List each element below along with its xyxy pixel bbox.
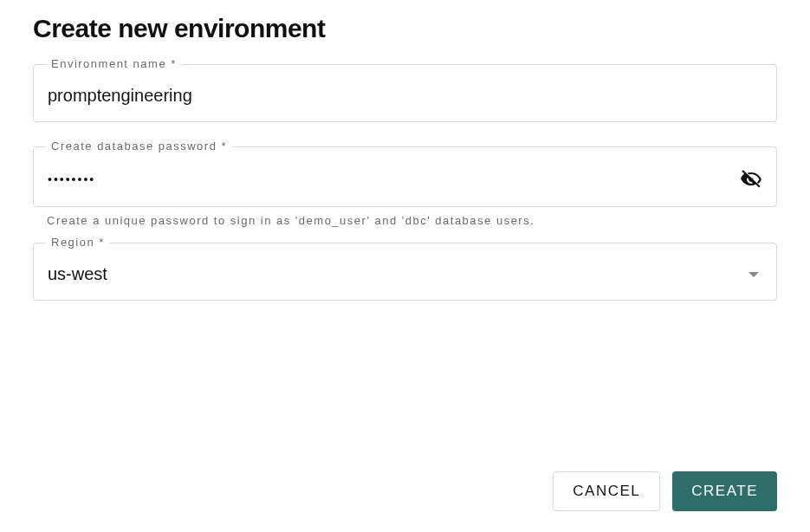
environment-name-label: Environment name *	[46, 57, 182, 70]
password-input[interactable]: ••••••••	[48, 172, 733, 186]
password-input-wrap: Create database password * ••••••••	[33, 146, 777, 207]
chevron-down-icon	[748, 272, 759, 277]
environment-name-field: Environment name *	[33, 64, 777, 122]
region-select[interactable]: Region * us-west	[33, 243, 777, 301]
password-field: Create database password * •••••••• Crea…	[33, 146, 777, 227]
page-title: Create new environment	[33, 14, 777, 43]
create-button[interactable]: CREATE	[672, 471, 777, 511]
region-label: Region *	[46, 236, 110, 249]
environment-name-input-wrap: Environment name *	[33, 64, 777, 122]
action-buttons: CANCEL CREATE	[553, 471, 777, 511]
password-label: Create database password *	[46, 139, 232, 152]
cancel-button[interactable]: CANCEL	[553, 471, 660, 511]
toggle-password-visibility-button[interactable]	[740, 168, 762, 191]
region-field: Region * us-west	[33, 243, 777, 301]
region-selected-value: us-west	[48, 264, 107, 284]
visibility-off-icon	[740, 168, 762, 191]
password-helper-text: Create a unique password to sign in as '…	[33, 214, 777, 227]
environment-name-input[interactable]	[48, 86, 762, 106]
